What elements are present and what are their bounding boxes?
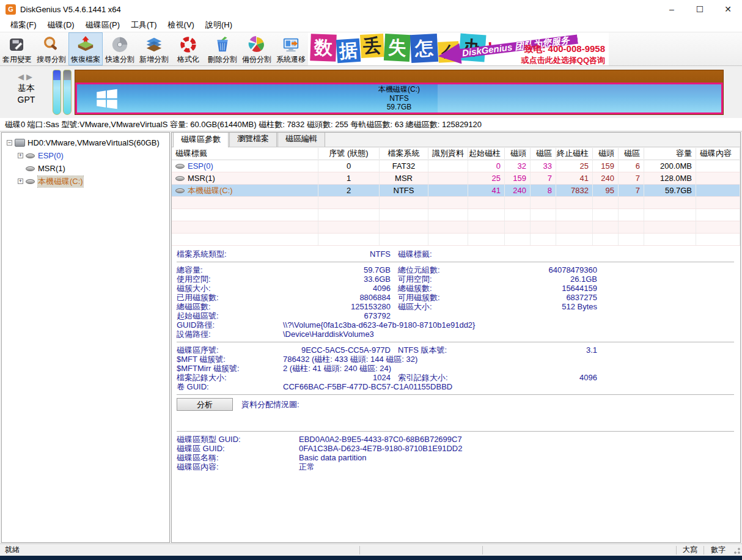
detail-label: 磁碟區類型 GUID:	[177, 435, 299, 444]
detail-row: 起始磁區號:673792	[177, 311, 735, 320]
menu-item[interactable]: 磁碟(D)	[42, 18, 80, 32]
detail-label: 總磁區數:	[177, 302, 274, 311]
column-header[interactable]: 磁頭	[593, 148, 619, 159]
c-partition-bar[interactable]: 本機磁碟(C:) NTFS 59.7GB	[75, 83, 723, 114]
detail-label: 已用磁簇數:	[177, 293, 274, 302]
toolbar-button[interactable]: 系統遷移	[274, 32, 308, 65]
toolbar-button[interactable]: 恢復檔案	[68, 32, 103, 65]
detail-value: CCF66BAC-F5BF-477D-BC57-C1A01155DBBD	[274, 382, 597, 391]
detail-row: $MFTMirr 磁簇號:2 (磁柱: 41 磁頭: 240 磁區: 24)	[177, 364, 735, 373]
partition-row[interactable]: MSR(1)1MSR251597412407128.0MB	[172, 172, 740, 185]
msr-partition-bar[interactable]	[63, 70, 72, 115]
expand-box-icon[interactable]: +	[18, 153, 23, 158]
column-header[interactable]: 磁頭	[505, 148, 531, 159]
tree-item-partition[interactable]: + ESP(0)	[3, 149, 168, 162]
disk-bar-panel: ◀▶ 基本 GPT 本機磁碟(C:) NTFS 59.7GB	[0, 66, 742, 118]
detail-label: 磁碟區 GUID:	[177, 444, 299, 453]
detail-label: 磁簇大小:	[177, 284, 274, 293]
toolbar-button[interactable]: 快速分割	[103, 32, 137, 65]
maximize-button[interactable]: ☐	[686, 0, 714, 18]
detail-label: 磁碟標籤:	[391, 249, 499, 259]
tab[interactable]: 磁碟區參數	[173, 132, 229, 147]
menubar: 檔案(F) 磁碟(D) 磁碟區(P) 工具(T) 檢視(V) 說明(H)	[0, 18, 742, 32]
detail-label: 索引記錄大小:	[391, 373, 499, 382]
partition-row[interactable]	[172, 234, 740, 246]
close-button[interactable]: ✕	[714, 0, 742, 18]
column-header[interactable]: 磁區	[619, 148, 644, 159]
detail-value: 33.6GB	[274, 274, 391, 284]
resize-grip[interactable]	[732, 546, 741, 554]
column-header[interactable]: 檔案系統	[380, 148, 428, 159]
detail-value: NTFS	[274, 249, 391, 259]
detail-value: 125153280	[274, 302, 391, 311]
detail-label: GUID路徑:	[177, 320, 274, 330]
toolbar-button[interactable]: 刪除分割	[205, 32, 240, 65]
allocation-map-label: 資料分配情況圖:	[241, 399, 299, 410]
tab[interactable]: 瀏覽檔案	[229, 132, 277, 147]
menu-item[interactable]: 磁碟區(P)	[80, 18, 125, 32]
collapse-box-icon[interactable]: −	[7, 140, 12, 146]
partition-icon	[175, 164, 185, 169]
partition-icon	[26, 166, 35, 171]
partition-icon	[175, 176, 185, 181]
menu-item[interactable]: 工具(T)	[125, 18, 163, 32]
tree-item-disk[interactable]: − HD0:VMware,VMwareVirtualS(60GB)	[3, 136, 168, 149]
allocation-map-area	[177, 412, 735, 428]
c-partition-name: 本機磁碟(C:)	[77, 85, 721, 94]
tree-item-partition[interactable]: + 本機磁碟(C:)	[3, 175, 168, 188]
toolbar-button[interactable]: 套用變更	[0, 32, 34, 65]
menu-item[interactable]: 檔案(F)	[5, 18, 42, 32]
c-partition-fs: NTFS	[77, 94, 721, 103]
column-header[interactable]: 磁區	[531, 148, 556, 159]
disk-tree-panel: − HD0:VMware,VMwareVirtualS(60GB) + ESP(…	[1, 132, 170, 543]
toolbar-button[interactable]: 備份分割	[240, 32, 274, 65]
main-panel: 磁碟區參數 瀏覽檔案 磁區編輯 磁碟標籤 序號 (狀態) 檔案系統 識別資料 起…	[171, 132, 741, 543]
esp-partition-bar[interactable]	[53, 70, 61, 115]
detail-label: 檔案記錄大小:	[177, 373, 274, 382]
tree-item-partition[interactable]: + MSR(1)	[3, 162, 168, 175]
detail-row: $MFT 磁簇號:786432 (磁柱: 433 磁頭: 144 磁區: 32)	[177, 355, 735, 364]
detail-row: 使用空間:33.6GB可用空間:26.1GB	[177, 274, 735, 284]
toolbar-button[interactable]: 搜尋分割	[34, 32, 68, 65]
detail-row: 檔案記錄大小:1024索引記錄大小:4096	[177, 373, 735, 382]
detail-value: 1024	[274, 373, 391, 382]
next-disk-arrow-icon[interactable]: ▶	[26, 72, 35, 81]
disk-strip: 本機磁碟(C:) NTFS 59.7GB	[75, 70, 724, 115]
analyze-button[interactable]: 分析	[177, 398, 233, 411]
partition-row[interactable]	[172, 209, 740, 221]
ad-slogan-char: 据	[336, 39, 361, 64]
ad-banner[interactable]: 数 据 丢 失 怎 么 办 ! DiskGenius 团队为您服务 致电: 40…	[308, 32, 609, 65]
menu-item[interactable]: 檢視(V)	[163, 18, 200, 32]
column-header[interactable]: 磁碟標籤	[172, 148, 318, 159]
diskgenius-window: G DiskGenius V5.4.6.1441 x64 – ☐ ✕ 檔案(F)…	[0, 0, 742, 560]
partition-row[interactable]: 本機磁碟(C:)2NTFS412408783295759.7GB	[172, 185, 740, 197]
column-header[interactable]: 終止磁柱	[556, 148, 593, 159]
column-header[interactable]: 容量	[644, 148, 696, 159]
partition-row[interactable]: ESP(0)0FAT3203233251596200.0MB	[172, 160, 740, 172]
column-header[interactable]: 識別資料	[428, 148, 468, 159]
tab[interactable]: 磁區編輯	[277, 132, 325, 147]
minimize-button[interactable]: –	[658, 0, 686, 18]
column-header[interactable]: 起始磁柱	[468, 148, 505, 159]
toolbar-button[interactable]: 格式化	[171, 32, 205, 65]
prev-disk-arrow-icon[interactable]: ◀	[18, 72, 26, 81]
detail-value: \\?\Volume{0fa1c3ba-d623-4e7b-9180-8710b…	[274, 320, 597, 330]
ad-qq-link[interactable]: 或点击此处选择QQ咨询	[521, 55, 605, 65]
partition-icon	[26, 179, 35, 184]
column-header[interactable]: 序號 (狀態)	[318, 148, 380, 159]
detail-value: 正常	[299, 462, 735, 471]
toolbar-button[interactable]: 新增分割	[137, 32, 171, 65]
partition-table: 磁碟標籤 序號 (狀態) 檔案系統 識別資料 起始磁柱 磁頭 磁區 終止磁柱 磁…	[172, 147, 740, 246]
detail-value: 4096	[274, 284, 391, 293]
ad-slogan-char: 怎	[410, 34, 438, 63]
menu-item[interactable]: 說明(H)	[200, 18, 238, 32]
detail-label: 總位元組數:	[391, 265, 499, 274]
detail-value: 786432 (磁柱: 433 磁頭: 144 磁區: 32)	[274, 355, 597, 364]
partition-row[interactable]	[172, 221, 740, 234]
statusbar: 就緒 大寫 數字	[0, 543, 742, 556]
partition-row[interactable]	[172, 197, 740, 209]
expand-box-icon[interactable]: +	[18, 179, 23, 184]
column-header[interactable]: 磁碟內容	[696, 148, 740, 159]
disk-info-line: 磁碟0 端口:Sas 型號:VMware,VMwareVirtualS 容量: …	[0, 118, 742, 131]
detail-row: 磁碟區名稱:Basic data partition	[177, 453, 735, 462]
